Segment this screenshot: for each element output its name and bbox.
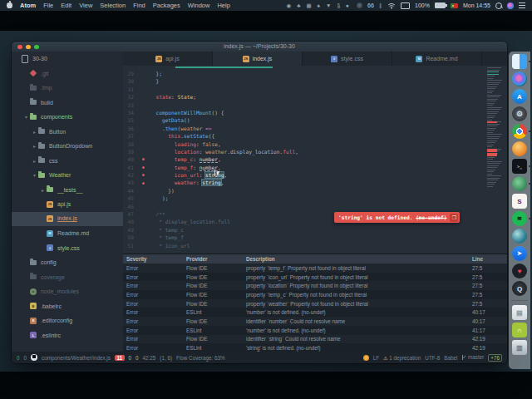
finder-dock-icon[interactable] [512, 54, 527, 69]
file-path[interactable]: components/Weather/index.js [42, 355, 111, 361]
linter-header-severity[interactable]: Severity [123, 256, 186, 262]
deprecation-count[interactable]: 1 deprecation [389, 355, 421, 361]
tree-item-.editorconfig[interactable]: E.editorconfig [12, 313, 123, 328]
menu-atom[interactable]: Atom [20, 2, 36, 9]
minimap[interactable] [487, 67, 505, 200]
linter-row[interactable]: ErrorFlow IDEproperty `temp_c` Property … [123, 290, 507, 299]
quicktime-dock-icon[interactable]: Q [512, 281, 527, 296]
linter-header-line[interactable]: Line [472, 256, 507, 262]
menu-packages[interactable]: Packages [153, 2, 180, 9]
spade-menubar-icon[interactable]: ♠ [318, 2, 320, 8]
tooltip-copy-button[interactable]: ❐ [450, 214, 458, 222]
error-count-badge[interactable]: 11 [115, 355, 125, 361]
cursor-position[interactable]: 42:25 [143, 355, 156, 361]
spotlight-icon[interactable] [495, 2, 502, 9]
flow-coverage[interactable]: Flow Coverage: 63% [176, 355, 224, 361]
git-counter-a[interactable]: 0 [17, 355, 20, 361]
bluetooth-icon[interactable]: ᛒ [379, 2, 382, 8]
triangle-down-menubar-icon[interactable]: ▼ [326, 2, 331, 8]
battery-icon[interactable] [435, 2, 446, 8]
dot-menubar-icon[interactable]: ● [346, 2, 349, 8]
line-ending[interactable]: LF [373, 355, 379, 361]
linter-row[interactable]: ErrorFlow IDEproperty `location` Propert… [123, 281, 507, 290]
linter-header-description[interactable]: Description [246, 256, 472, 262]
tree-view[interactable]: 30-30.git.tmpbuild▾components▸Button▸But… [12, 52, 123, 352]
linter-row[interactable]: ErrorFlow IDEproperty `icon_url` Propert… [123, 273, 507, 282]
android-file-transfer-dock-icon[interactable]: ∩ [512, 323, 527, 337]
encoding[interactable]: UTF-8 [425, 355, 440, 361]
tree-item-ButtonDropdown[interactable]: ▸ButtonDropdown [12, 139, 123, 154]
menu-help[interactable]: Help [217, 2, 229, 9]
linter-row[interactable]: ErrorFlow IDEproperty `weather` Property… [123, 299, 507, 308]
linter-row[interactable]: ErrorFlow IDEproperty `temp_f` Property … [123, 264, 507, 273]
dot-circle-menubar-icon[interactable]: ◉ [286, 2, 291, 9]
linter-row[interactable]: ErrorFlow IDEidentifier `number` Could n… [123, 317, 507, 326]
tree-item-Button[interactable]: ▸Button [12, 125, 123, 140]
linter-header-provider[interactable]: Provider [186, 256, 246, 262]
menu-edit[interactable]: Edit [61, 2, 71, 9]
tab-style.css[interactable]: #style.css [303, 52, 392, 66]
tree-item-build[interactable]: build [12, 96, 123, 111]
menu-window[interactable]: Window [188, 2, 210, 9]
keyboard-flag-icon[interactable] [451, 3, 458, 8]
tab-api.js[interactable]: JSapi.js [123, 52, 213, 66]
git-diff-badge[interactable]: +76 [488, 354, 502, 362]
notification-center-icon[interactable] [519, 2, 525, 8]
club-menubar-icon[interactable]: ♣ [297, 2, 300, 8]
chrome-dock-icon[interactable] [512, 124, 527, 139]
wifi-icon[interactable] [387, 2, 396, 9]
archive-utility-dock-icon[interactable]: ▤ [512, 305, 527, 320]
tree-item-.git[interactable]: .git [12, 66, 123, 81]
tree-item-.tmp[interactable]: .tmp [12, 81, 123, 96]
tree-item-components[interactable]: ▾components [12, 110, 123, 125]
tree-item-api.js[interactable]: JSapi.js [12, 197, 123, 212]
apple-menu-icon[interactable] [7, 2, 12, 8]
tab-Readme.md[interactable]: MReadme.md [392, 52, 482, 66]
linter-row[interactable]: ErrorESLint'number' is not defined. (no-… [123, 326, 507, 335]
tree-item-coverage[interactable]: coverage [12, 270, 123, 285]
git-counter-b[interactable]: 0 [24, 355, 27, 361]
spotify-dock-icon[interactable]: ≋ [512, 211, 527, 226]
info-count[interactable]: 0 [135, 355, 139, 361]
tree-item-node_modules[interactable]: nnode_modules [12, 284, 123, 299]
menubar-counter[interactable]: 66 [367, 2, 374, 8]
section-menubar-icon[interactable]: § [337, 2, 340, 8]
warning-count[interactable]: 0 [129, 355, 132, 361]
tree-item-__tests__[interactable]: ▸__tests__ [12, 183, 123, 198]
tree-item-index.js[interactable]: JSindex.js [12, 212, 123, 227]
linter-row[interactable]: ErrorFlow IDEidentifier `string` Could n… [123, 335, 507, 344]
siri-icon[interactable] [507, 2, 514, 9]
tree-item-Weather[interactable]: ▾Weather [12, 168, 123, 183]
tree-item-Readme.md[interactable]: MReadme.md [12, 226, 123, 241]
tree-item-30-30[interactable]: 30-30 [12, 52, 123, 66]
tree-item-.eslintrc[interactable]: L.eslintrc [12, 328, 123, 343]
menubar-clock[interactable]: Mon 14:55 [463, 2, 490, 8]
iterm-dock-icon[interactable]: >_ [512, 159, 527, 174]
pocket-dock-icon[interactable]: ♥ [512, 264, 527, 278]
tree-item-style.css[interactable]: #style.css [12, 241, 123, 256]
tree-item-.babelrc[interactable]: B.babelrc [12, 299, 123, 314]
system-preferences-dock-icon[interactable]: ⚙ [512, 106, 527, 121]
window-titlebar[interactable]: index.js — ~/Projects/30-30 [12, 42, 507, 52]
grammar[interactable]: Babel [444, 355, 457, 361]
grid-menubar-icon[interactable]: ▦ [306, 2, 311, 9]
github-icon[interactable] [31, 354, 37, 361]
menu-file[interactable]: File [43, 2, 53, 9]
slack-dock-icon[interactable]: S [512, 194, 527, 209]
menu-find[interactable]: Find [133, 2, 145, 9]
tab-index.js[interactable]: JSindex.js [213, 52, 303, 66]
messenger-dock-icon[interactable]: ➤ [512, 246, 527, 261]
tree-item-config[interactable]: config [12, 255, 123, 270]
trash-dock-icon[interactable]: ▥ [512, 340, 527, 355]
status-circle-icon[interactable] [357, 2, 362, 8]
tree-item-css[interactable]: ▸css [12, 154, 123, 169]
menu-view[interactable]: View [79, 2, 92, 9]
evernote-dock-icon[interactable] [512, 176, 527, 191]
google-earth-dock-icon[interactable] [512, 229, 527, 244]
rocket-dock-icon[interactable] [512, 141, 527, 156]
siri-dock-icon[interactable] [512, 71, 527, 86]
git-branch[interactable]: master [461, 354, 484, 361]
menu-selection[interactable]: Selection [100, 2, 126, 9]
bell-icon[interactable] [363, 355, 369, 361]
display-icon[interactable] [401, 2, 410, 9]
